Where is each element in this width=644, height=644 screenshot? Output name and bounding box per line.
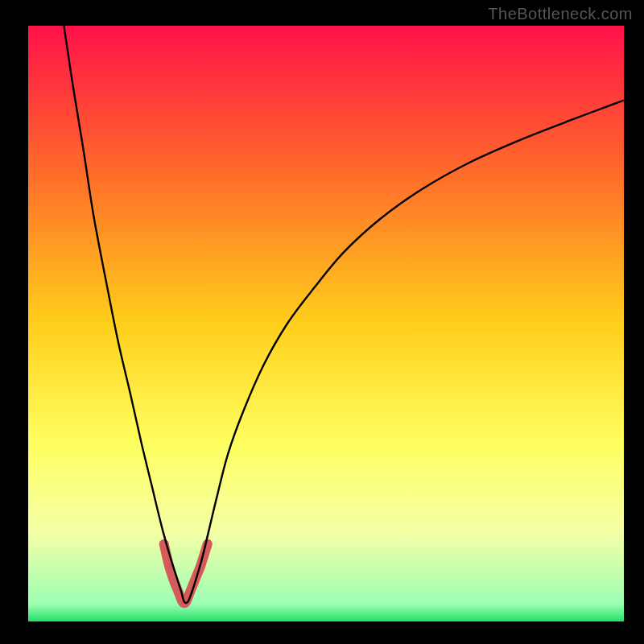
chart-frame: TheBottleneck.com (0, 0, 644, 644)
gradient-background (28, 26, 624, 621)
bottleneck-chart (0, 0, 644, 644)
watermark-text: TheBottleneck.com (488, 5, 633, 23)
